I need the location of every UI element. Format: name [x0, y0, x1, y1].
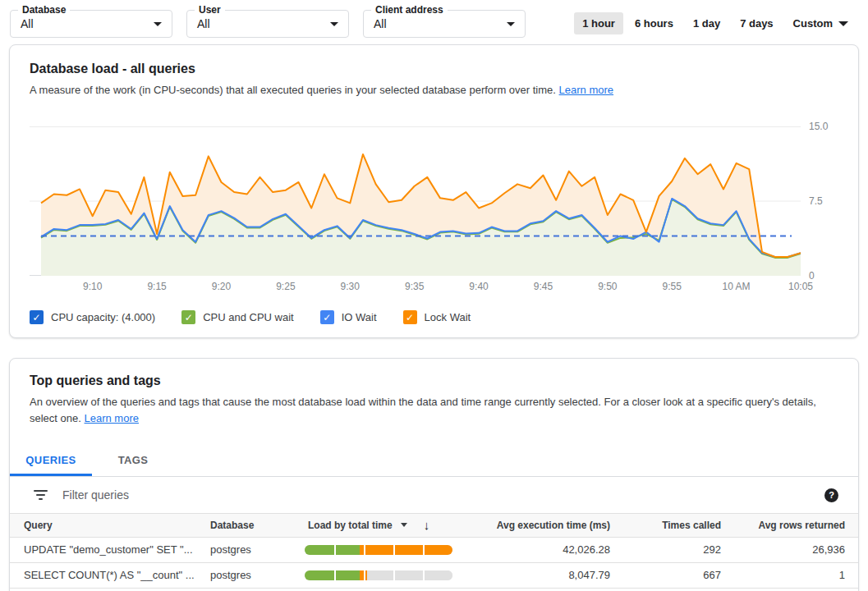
- sort-descending-icon[interactable]: ↓: [424, 518, 430, 532]
- database-load-title: Database load - all queries: [30, 62, 838, 76]
- top-queries-table: Query Database Load by total time ↓ Avg …: [10, 514, 858, 589]
- time-range-6-hours[interactable]: 6 hours: [627, 12, 682, 34]
- y-axis-tick: 7.5: [809, 195, 823, 207]
- column-header-avg-execution-time[interactable]: Avg execution time (ms): [457, 514, 613, 537]
- times-called: 292: [613, 537, 724, 562]
- column-header-database[interactable]: Database: [207, 514, 301, 537]
- legend-item-cpu-capacity: ✓ CPU capacity: (4.000): [30, 310, 155, 324]
- top-queries-description-text: An overview of the queries and tags that…: [30, 396, 816, 424]
- chevron-down-icon: [330, 22, 338, 26]
- load-bar-cell: [301, 562, 457, 588]
- database-filter-select[interactable]: Database All: [10, 10, 172, 38]
- column-header-load[interactable]: Load by total time ↓: [301, 514, 457, 537]
- lock-wait-label: Lock Wait: [425, 311, 471, 323]
- cpu-capacity-checkbox[interactable]: ✓: [30, 310, 44, 324]
- top-queries-card: Top queries and tags An overview of the …: [9, 358, 859, 591]
- chart-x-axis-labels: 9:109:159:209:259:309:359:409:459:509:55…: [30, 281, 801, 296]
- filter-list-icon: [33, 490, 48, 500]
- client-address-filter-value: All: [364, 17, 507, 30]
- cpu-capacity-label: CPU capacity: (4.000): [51, 311, 155, 323]
- column-header-times-called[interactable]: Times called: [613, 514, 724, 537]
- help-icon[interactable]: ?: [824, 488, 838, 502]
- load-bar-cell: [301, 537, 457, 562]
- lock-wait-checkbox[interactable]: ✓: [403, 310, 417, 324]
- query-text: SELECT COUNT(*) AS "__count" ...: [10, 562, 207, 588]
- load-bar: [305, 570, 452, 580]
- y-axis-tick: 15.0: [809, 121, 828, 132]
- avg-rows-returned: 26,936: [724, 537, 858, 562]
- chevron-down-icon: [838, 21, 848, 26]
- time-range-1-day[interactable]: 1 day: [685, 12, 728, 34]
- x-axis-tick: 10 AM: [723, 281, 751, 292]
- x-axis-tick: 9:15: [147, 281, 166, 292]
- x-axis-tick: 9:35: [405, 281, 424, 292]
- learn-more-link[interactable]: Learn more: [559, 84, 613, 96]
- legend-item-lock-wait: ✓ Lock Wait: [403, 310, 471, 324]
- x-axis-tick: 10:05: [788, 281, 813, 292]
- avg-execution-time: 8,047.79: [457, 562, 613, 588]
- cpu-and-cpu-wait-checkbox[interactable]: ✓: [181, 310, 195, 324]
- time-range-custom[interactable]: Custom: [785, 12, 857, 34]
- top-queries-title: Top queries and tags: [30, 373, 838, 388]
- database-load-card: Database load - all queries A measure of…: [9, 44, 859, 338]
- chart-y-axis-labels: 07.515.0: [802, 126, 838, 276]
- load-bar: [305, 545, 452, 555]
- legend-item-cpu-wait: ✓ CPU and CPU wait: [181, 310, 294, 324]
- queries-tags-tabs: QUERIES TAGS: [10, 447, 858, 477]
- cpu-and-cpu-wait-label: CPU and CPU wait: [203, 311, 294, 323]
- user-filter-label: User: [195, 4, 225, 16]
- x-axis-tick: 9:50: [598, 281, 617, 292]
- filter-row: ?: [10, 477, 858, 514]
- database-filter-label: Database: [18, 4, 70, 16]
- table-header-row: Query Database Load by total time ↓ Avg …: [10, 514, 858, 537]
- tab-tags[interactable]: TAGS: [92, 447, 174, 476]
- chart-plot-area[interactable]: [30, 126, 801, 276]
- y-axis-tick: 0: [809, 270, 815, 282]
- user-filter-select[interactable]: User All: [186, 10, 349, 38]
- query-row-select-count[interactable]: SELECT COUNT(*) AS "__count" ... postgre…: [10, 562, 858, 588]
- column-header-avg-rows-returned[interactable]: Avg rows returned: [724, 514, 858, 537]
- x-axis-tick: 9:10: [83, 281, 102, 292]
- query-text: UPDATE "demo_customer" SET "...: [10, 537, 207, 562]
- chevron-down-icon: [507, 22, 515, 26]
- column-header-load-label: Load by total time: [308, 520, 393, 531]
- query-row-update-demo-customer[interactable]: UPDATE "demo_customer" SET "... postgres…: [10, 537, 858, 562]
- filter-queries-input[interactable]: [62, 488, 824, 502]
- client-address-filter-select[interactable]: Client address All: [363, 10, 526, 38]
- database-load-chart: 07.515.0: [30, 126, 838, 276]
- io-wait-checkbox[interactable]: ✓: [320, 310, 334, 324]
- query-insights-page: Database All User All Client address All…: [0, 0, 868, 591]
- database-name: postgres: [207, 562, 301, 588]
- x-axis-tick: 9:55: [663, 281, 682, 292]
- legend-item-io-wait: ✓ IO Wait: [320, 310, 377, 324]
- time-range-custom-label: Custom: [793, 17, 833, 30]
- top-queries-description: An overview of the queries and tags that…: [30, 394, 838, 427]
- filter-toolbar: Database All User All Client address All…: [0, 0, 868, 38]
- database-load-description-text: A measure of the work (in CPU-seconds) t…: [30, 84, 556, 96]
- avg-execution-time: 42,026.28: [457, 537, 613, 562]
- column-header-query[interactable]: Query: [10, 514, 207, 537]
- x-axis-tick: 9:40: [469, 281, 488, 292]
- chart-legend: ✓ CPU capacity: (4.000) ✓ CPU and CPU wa…: [30, 310, 838, 324]
- x-axis-tick: 9:25: [276, 281, 295, 292]
- database-load-description: A measure of the work (in CPU-seconds) t…: [30, 82, 838, 98]
- chevron-down-icon: [154, 22, 162, 26]
- avg-rows-returned: 1: [724, 562, 858, 588]
- time-range-7-days[interactable]: 7 days: [732, 12, 781, 34]
- times-called: 667: [613, 562, 724, 588]
- user-filter-value: All: [187, 17, 330, 30]
- time-range-1-hour[interactable]: 1 hour: [574, 12, 623, 34]
- io-wait-label: IO Wait: [342, 311, 377, 323]
- tab-queries[interactable]: QUERIES: [10, 447, 92, 476]
- database-name: postgres: [207, 537, 301, 562]
- database-filter-value: All: [11, 17, 154, 30]
- x-axis-tick: 9:20: [212, 281, 231, 292]
- time-range-selector: 1 hour 6 hours 1 day 7 days Custom: [571, 12, 858, 34]
- chevron-down-icon[interactable]: [401, 523, 407, 527]
- client-address-filter-label: Client address: [371, 4, 448, 16]
- learn-more-link[interactable]: Learn more: [85, 412, 139, 424]
- x-axis-tick: 9:45: [534, 281, 553, 292]
- x-axis-tick: 9:30: [341, 281, 360, 292]
